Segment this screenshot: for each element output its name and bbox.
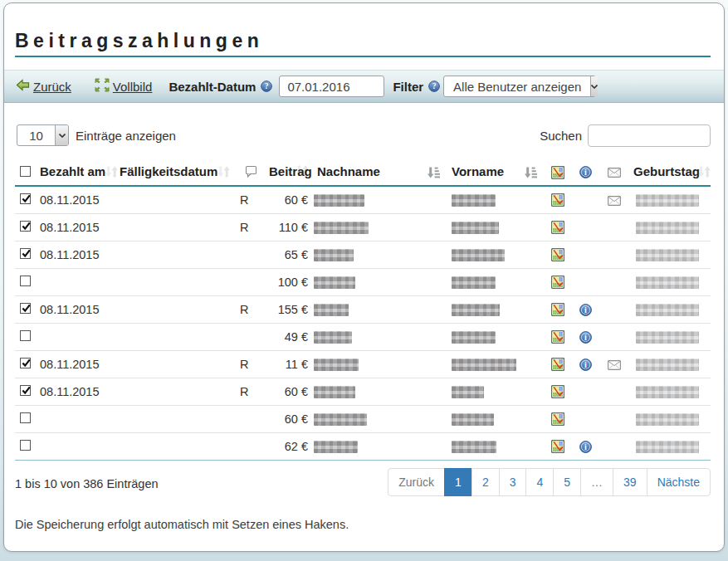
search-input[interactable] xyxy=(588,124,711,147)
pagination-button[interactable]: 3 xyxy=(499,468,527,496)
pagination-button[interactable]: 39 xyxy=(613,468,647,496)
row-checkbox[interactable] xyxy=(20,303,31,314)
page-length-select[interactable]: 10 xyxy=(17,124,69,146)
censored-vorname: Josef xyxy=(452,386,484,398)
cell-nachname: Winter xyxy=(310,323,447,350)
column-header-remark[interactable] xyxy=(236,159,266,186)
sort-amount-icon[interactable] xyxy=(428,167,440,178)
cell-chart xyxy=(544,350,571,378)
column-header-nachname[interactable]: Nachname xyxy=(310,159,447,186)
chart-icon[interactable] xyxy=(551,302,564,315)
filter-select[interactable]: Alle Benutzer anzeigen xyxy=(443,76,596,97)
paid-date-help-icon[interactable]: ? xyxy=(261,80,272,92)
chart-icon[interactable] xyxy=(551,275,564,288)
cell-geburtstag: 17.06.1982 xyxy=(628,268,711,295)
pagination-button[interactable]: 5 xyxy=(553,468,581,496)
chart-icon[interactable] xyxy=(551,439,564,452)
table-row: 08.11.2015 R 11 € Sandler Anna-Maria i 1… xyxy=(15,350,711,378)
pagination-button[interactable]: Nächste xyxy=(647,468,711,496)
chart-icon[interactable] xyxy=(551,384,564,398)
column-header-info[interactable]: i xyxy=(571,159,600,186)
cell-faelligkeitsdatum xyxy=(116,268,236,295)
cell-vorname: Josef xyxy=(447,378,544,405)
censored-vorname: Cornelia xyxy=(452,304,500,316)
info-icon[interactable]: i xyxy=(579,329,592,343)
table-row: 08.11.2015 R 110 € Hoffmann Thomas 23.04… xyxy=(15,213,711,241)
select-all-checkbox[interactable] xyxy=(20,166,31,177)
column-header-faelligkeitsdatum[interactable]: Fälligkeitsdatum xyxy=(116,159,236,186)
column-header-bezahlt-am[interactable]: Bezahlt am xyxy=(37,159,116,186)
select-dropdown-button[interactable] xyxy=(55,125,68,145)
row-checkbox[interactable] xyxy=(20,330,31,341)
row-checkbox[interactable] xyxy=(20,358,31,368)
row-checkbox[interactable] xyxy=(20,412,31,423)
sort-amount-icon[interactable] xyxy=(525,167,537,178)
row-checkbox[interactable] xyxy=(20,221,31,232)
chart-icon[interactable] xyxy=(551,329,564,343)
comment-icon xyxy=(245,164,257,178)
pagination-button[interactable]: 1 xyxy=(444,468,472,496)
cell-nachname: Feuser xyxy=(310,378,447,405)
cell-nachname: Keller xyxy=(310,295,447,323)
svg-text:?: ? xyxy=(265,82,269,90)
cell-geburtstag: 12.03.1987 xyxy=(628,186,711,213)
row-checkbox[interactable] xyxy=(20,440,31,451)
sort-icons xyxy=(698,166,711,178)
cell-remark xyxy=(236,432,266,460)
cell-vorname: Michael xyxy=(447,432,544,460)
cell-geburtstag: 14.07.1969 xyxy=(628,432,711,460)
paid-date-input[interactable] xyxy=(279,76,384,97)
cell-envelope xyxy=(600,268,628,295)
censored-geburtstag: 19.08.1994 xyxy=(636,359,699,371)
pagination-item: 3 xyxy=(500,468,527,496)
column-header-vorname[interactable]: Vorname xyxy=(447,159,544,186)
row-checkbox[interactable] xyxy=(20,193,31,204)
row-checkbox[interactable] xyxy=(20,385,31,396)
back-link[interactable]: Zurück xyxy=(16,78,71,95)
pagination: Zurück12345…39Nächste xyxy=(388,468,711,496)
pagination-button[interactable]: 2 xyxy=(471,468,500,496)
cell-remark: R xyxy=(236,186,266,213)
info-icon[interactable]: i xyxy=(579,439,592,452)
table-row: 08.11.2015 R 155 € Keller Cornelia i 30.… xyxy=(15,295,711,323)
filter-help-icon[interactable]: ? xyxy=(428,80,440,92)
censored-nachname: Winter xyxy=(314,331,352,344)
censored-geburtstag: 27.05.1972 xyxy=(636,386,699,398)
censored-geburtstag: 12.03.1987 xyxy=(636,194,699,207)
table-row: 08.11.2015 R 60 € Feuser Josef 27.05.197… xyxy=(15,378,711,405)
chart-icon[interactable] xyxy=(551,247,564,261)
cell-info xyxy=(571,186,600,213)
cell-info xyxy=(571,241,600,268)
censored-nachname: Lehmann xyxy=(314,413,367,426)
info-icon[interactable]: i xyxy=(579,357,592,370)
cell-geburtstag: 19.08.1994 xyxy=(628,350,711,378)
chart-icon[interactable] xyxy=(551,412,564,425)
chart-icon[interactable] xyxy=(551,357,564,370)
censored-geburtstag: 05.09.1978 xyxy=(636,249,699,261)
pagination-button[interactable]: 4 xyxy=(525,468,554,496)
fullscreen-link[interactable]: Vollbild xyxy=(95,78,153,95)
row-checkbox[interactable] xyxy=(20,248,31,259)
cell-chart xyxy=(544,323,571,350)
column-header-chart[interactable] xyxy=(544,159,571,186)
cell-nachname: Schuster xyxy=(310,186,447,213)
chart-icon[interactable] xyxy=(551,220,564,233)
envelope-icon[interactable] xyxy=(608,358,621,371)
info-icon[interactable]: i xyxy=(579,302,592,315)
column-header-beitrag[interactable]: Beitrag xyxy=(266,159,310,186)
cell-beitrag: 62 € xyxy=(266,432,310,460)
envelope-icon[interactable] xyxy=(608,193,621,207)
cell-chart xyxy=(544,432,571,460)
column-header-envelope[interactable] xyxy=(600,159,628,186)
cell-nachname: Hoffmann xyxy=(310,213,447,241)
censored-nachname: Schuster xyxy=(314,194,364,207)
cell-beitrag: 60 € xyxy=(266,378,310,405)
censored-nachname: Sandler xyxy=(314,359,359,371)
cell-faelligkeitsdatum xyxy=(116,186,236,213)
chart-icon[interactable] xyxy=(551,193,564,206)
row-checkbox[interactable] xyxy=(20,276,31,286)
select-dropdown-button[interactable] xyxy=(590,76,598,96)
info-icon: i xyxy=(579,164,592,178)
page-length-label: Einträge anzeigen xyxy=(76,129,176,143)
column-header-geburtstag[interactable]: Geburtstag xyxy=(628,159,711,186)
